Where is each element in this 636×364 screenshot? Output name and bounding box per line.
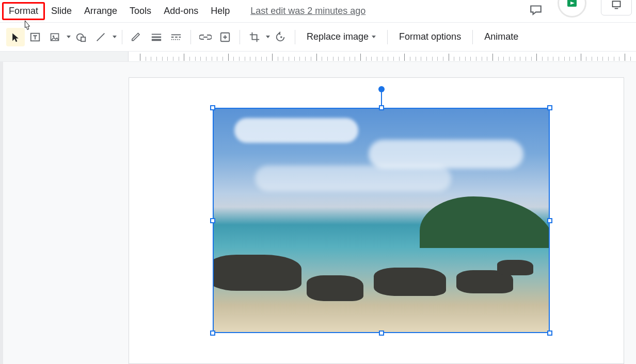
format-options-label: Format options xyxy=(399,31,461,42)
toolbar: Replace image Format options Animate xyxy=(0,23,636,52)
present-button[interactable] xyxy=(601,0,632,15)
replace-image-button[interactable]: Replace image xyxy=(300,28,382,45)
insert-image-tool[interactable] xyxy=(45,28,71,46)
menu-help[interactable]: Help xyxy=(204,3,236,20)
separator xyxy=(295,30,295,44)
open-comments-icon[interactable] xyxy=(529,3,543,16)
reset-image-tool[interactable] xyxy=(271,28,290,46)
menu-addons[interactable]: Add-ons xyxy=(157,3,204,20)
last-edit-link[interactable]: Last edit was 2 minutes ago xyxy=(250,6,365,16)
animate-label: Animate xyxy=(484,31,518,42)
resize-handle-ml[interactable] xyxy=(210,218,215,223)
chevron-down-icon xyxy=(266,36,270,38)
separator xyxy=(240,30,240,44)
animate-button[interactable]: Animate xyxy=(478,28,524,45)
image-icon xyxy=(45,28,64,46)
separator xyxy=(387,30,388,44)
chevron-down-icon xyxy=(372,36,376,38)
separator xyxy=(472,30,473,44)
image-content xyxy=(213,108,550,333)
share-profile-button[interactable] xyxy=(558,0,586,18)
resize-handle-tl[interactable] xyxy=(210,105,215,110)
rotation-handle[interactable] xyxy=(378,86,385,92)
svg-point-4 xyxy=(53,35,54,37)
resize-handle-mr[interactable] xyxy=(547,218,552,223)
chevron-down-icon xyxy=(113,36,117,38)
svg-rect-6 xyxy=(81,37,85,41)
selected-image[interactable] xyxy=(213,108,550,333)
add-comment-tool[interactable] xyxy=(216,28,234,46)
crop-tool[interactable] xyxy=(245,28,264,46)
slide-canvas[interactable] xyxy=(129,77,624,364)
resize-handle-bm[interactable] xyxy=(379,330,384,336)
chevron-down-icon xyxy=(67,36,71,38)
menu-slide[interactable]: Slide xyxy=(45,3,78,20)
insert-link-tool[interactable] xyxy=(196,28,215,46)
line-tool[interactable] xyxy=(91,28,117,46)
menu-arrange[interactable]: Arrange xyxy=(78,3,123,20)
svg-rect-1 xyxy=(613,1,621,7)
editor-workspace xyxy=(0,62,636,364)
select-tool[interactable] xyxy=(6,28,25,46)
separator xyxy=(190,30,191,44)
svg-point-15 xyxy=(280,36,282,38)
window-top-right xyxy=(529,1,632,18)
line-icon xyxy=(91,28,110,46)
separator xyxy=(122,30,122,44)
menu-format[interactable]: Format xyxy=(2,2,45,20)
resize-handle-tr[interactable] xyxy=(547,105,552,110)
resize-handle-br[interactable] xyxy=(547,330,552,336)
resize-handle-bl[interactable] xyxy=(210,330,215,336)
border-color-tool[interactable] xyxy=(128,28,146,46)
horizontal-ruler xyxy=(0,52,636,62)
shape-tool[interactable] xyxy=(72,28,90,46)
border-dash-tool[interactable] xyxy=(167,28,185,46)
svg-line-7 xyxy=(97,33,105,41)
textbox-tool[interactable] xyxy=(26,28,44,46)
mask-image-tool[interactable] xyxy=(265,36,270,38)
ruler-ticks xyxy=(140,52,636,61)
format-options-button[interactable]: Format options xyxy=(393,28,467,45)
ruler-margin-shade xyxy=(0,52,129,61)
resize-handle-tm[interactable] xyxy=(379,105,384,110)
replace-image-label: Replace image xyxy=(307,31,369,42)
menu-tools[interactable]: Tools xyxy=(123,3,157,20)
slide-thumbnails-edge xyxy=(0,62,3,364)
border-weight-tool[interactable] xyxy=(147,28,166,46)
